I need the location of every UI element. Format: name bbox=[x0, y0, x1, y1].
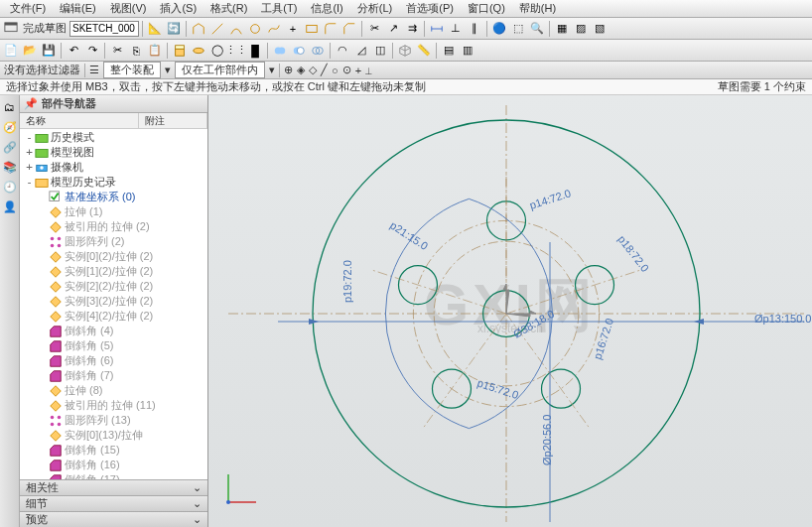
spline-icon[interactable] bbox=[265, 20, 283, 38]
dim-icon[interactable] bbox=[428, 20, 446, 38]
accordion-dependency[interactable]: 相关性 ⌄ bbox=[20, 479, 207, 495]
intersect-icon[interactable] bbox=[309, 42, 327, 60]
save-icon[interactable]: 💾 bbox=[40, 42, 58, 60]
shade-icon[interactable]: 🔵 bbox=[490, 20, 508, 38]
menu-format[interactable]: 格式(R) bbox=[204, 0, 253, 17]
chamfer2-icon[interactable]: ◿ bbox=[352, 42, 370, 60]
blend-icon[interactable]: ◠ bbox=[334, 42, 351, 60]
offset-icon[interactable]: ⇉ bbox=[403, 20, 421, 38]
tree-item[interactable]: 实例[3](2)/拉伸 (2) bbox=[20, 294, 207, 309]
sketch-tool-icon[interactable]: 📐 bbox=[146, 20, 164, 38]
finish-sketch-icon[interactable] bbox=[2, 20, 20, 38]
hole-icon[interactable]: ◯ bbox=[208, 42, 226, 60]
tree-item[interactable]: 倒斜角 (6) bbox=[20, 353, 207, 368]
tree-item[interactable]: 倒斜角 (7) bbox=[20, 368, 207, 383]
tree-item[interactable]: -模型历史记录 bbox=[20, 175, 207, 190]
tree-item[interactable]: +模型视图 bbox=[20, 145, 207, 160]
accordion-preview[interactable]: 预览 ⌄ bbox=[20, 511, 207, 527]
geo-constraint-icon[interactable]: ∥ bbox=[466, 20, 483, 38]
extrude-icon[interactable] bbox=[171, 42, 189, 60]
menu-prefs[interactable]: 首选项(P) bbox=[400, 0, 460, 17]
filter-opt2[interactable]: 仅在工作部件内 bbox=[175, 62, 265, 78]
tree-item[interactable]: 实例[2](2)/拉伸 (2) bbox=[20, 279, 207, 294]
snap4-icon[interactable]: ╱ bbox=[321, 64, 328, 76]
tree-item[interactable]: 圆形阵列 (2) bbox=[20, 234, 207, 249]
filter-icon[interactable]: ☰ bbox=[89, 64, 99, 76]
menu-tools[interactable]: 工具(T) bbox=[255, 0, 303, 17]
misc1-icon[interactable]: ▦ bbox=[553, 20, 571, 38]
circle-icon[interactable] bbox=[246, 20, 264, 38]
menu-info[interactable]: 信息(I) bbox=[305, 0, 348, 17]
misc2-icon[interactable]: ▨ bbox=[572, 20, 590, 38]
update-icon[interactable]: 🔄 bbox=[165, 20, 183, 38]
redo-icon[interactable]: ↷ bbox=[83, 42, 101, 60]
chamfer-icon[interactable] bbox=[340, 20, 358, 38]
cut-icon[interactable]: ✂ bbox=[108, 42, 126, 60]
new-icon[interactable]: 📄 bbox=[2, 42, 20, 60]
snap2-icon[interactable]: ◈ bbox=[297, 64, 305, 76]
tree-item[interactable]: +摄像机 bbox=[20, 160, 207, 175]
tree-item[interactable]: 基准坐标系 (0) bbox=[20, 190, 207, 204]
col-note[interactable]: 附注 bbox=[139, 113, 207, 128]
tree-item[interactable]: 实例[0](13)/拉伸 bbox=[20, 428, 207, 443]
copy-icon[interactable]: ⎘ bbox=[127, 42, 145, 60]
accordion-details[interactable]: 细节 ⌄ bbox=[20, 495, 207, 511]
layer-icon[interactable]: ▤ bbox=[440, 42, 458, 60]
pin-icon[interactable]: 📌 bbox=[24, 97, 38, 110]
filter-arrow2-icon[interactable]: ▾ bbox=[269, 64, 275, 76]
paste-icon[interactable]: 📋 bbox=[146, 42, 164, 60]
tree-item[interactable]: 拉伸 (8) bbox=[20, 383, 207, 398]
tree-item[interactable]: 倒斜角 (4) bbox=[20, 324, 207, 338]
rectangle-icon[interactable] bbox=[303, 20, 321, 38]
tree-item[interactable]: 倒斜角 (16) bbox=[20, 458, 207, 472]
constraint-navigator-tab[interactable]: 🔗 bbox=[2, 139, 18, 155]
menu-analyze[interactable]: 分析(L) bbox=[351, 0, 398, 17]
line-icon[interactable] bbox=[208, 20, 226, 38]
mirror-icon[interactable]: ▐▌ bbox=[246, 42, 264, 60]
history-tab[interactable]: 🕘 bbox=[2, 179, 18, 195]
tree-item[interactable]: 被引用的 拉伸 (11) bbox=[20, 398, 207, 413]
tree-item[interactable]: 实例[4](2)/拉伸 (2) bbox=[20, 309, 207, 324]
revolve-icon[interactable] bbox=[190, 42, 207, 60]
snap7-icon[interactable]: + bbox=[355, 65, 361, 76]
pattern-icon[interactable]: ⋮⋮ bbox=[227, 42, 245, 60]
tree-item[interactable]: 实例[1](2)/拉伸 (2) bbox=[20, 264, 207, 279]
misc3-icon[interactable]: ▧ bbox=[591, 20, 609, 38]
menu-insert[interactable]: 插入(S) bbox=[154, 0, 203, 17]
fillet-icon[interactable] bbox=[322, 20, 339, 38]
tree-item[interactable]: 倒斜角 (17) bbox=[20, 472, 207, 479]
filter-arrow-icon[interactable]: ▾ bbox=[165, 64, 171, 76]
menu-file[interactable]: 文件(F) bbox=[4, 0, 52, 17]
tree-item[interactable]: -历史模式 bbox=[20, 130, 207, 145]
assembly-navigator-tab[interactable]: 🗂 bbox=[2, 99, 18, 115]
view-fit-icon[interactable]: 🔍 bbox=[528, 20, 546, 38]
snap3-icon[interactable]: ◇ bbox=[309, 64, 317, 76]
snap6-icon[interactable]: ⊙ bbox=[342, 64, 351, 76]
col-name[interactable]: 名称 bbox=[20, 113, 139, 128]
snap8-icon[interactable]: ⟂ bbox=[365, 65, 372, 76]
graphics-area[interactable]: GXI网 xl.system.cn Øp13:150.0p14:72.0p15:… bbox=[208, 95, 812, 527]
point-icon[interactable]: + bbox=[284, 20, 302, 38]
snap1-icon[interactable]: ⊕ bbox=[284, 64, 293, 76]
constraint-icon[interactable]: ⊥ bbox=[447, 20, 465, 38]
sketch-name-combo[interactable] bbox=[69, 21, 139, 37]
tree-item[interactable]: 实例[0](2)/拉伸 (2) bbox=[20, 249, 207, 264]
tree-item[interactable]: 圆形阵列 (13) bbox=[20, 413, 207, 428]
undo-icon[interactable]: ↶ bbox=[65, 42, 82, 60]
shell-icon[interactable]: ◫ bbox=[371, 42, 389, 60]
trim-icon[interactable]: ✂ bbox=[365, 20, 383, 38]
feature-tree[interactable]: -历史模式+模型视图+摄像机-模型历史记录基准坐标系 (0)拉伸 (1)被引用的… bbox=[20, 129, 207, 479]
tree-item[interactable]: 拉伸 (1) bbox=[20, 204, 207, 219]
menu-window[interactable]: 窗口(Q) bbox=[462, 0, 511, 17]
profile-icon[interactable] bbox=[190, 20, 207, 38]
layer2-icon[interactable]: ▥ bbox=[459, 42, 476, 60]
filter-opt1[interactable]: 整个装配 bbox=[103, 62, 161, 78]
reuse-library-tab[interactable]: 📚 bbox=[2, 159, 18, 175]
tree-item[interactable]: 倒斜角 (15) bbox=[20, 443, 207, 458]
extend-icon[interactable]: ↗ bbox=[384, 20, 402, 38]
menu-help[interactable]: 帮助(H) bbox=[513, 0, 562, 17]
roles-tab[interactable]: 👤 bbox=[2, 198, 18, 214]
snap5-icon[interactable]: ○ bbox=[332, 65, 338, 76]
measure-icon[interactable]: 📏 bbox=[415, 42, 433, 60]
cube-iso-icon[interactable] bbox=[396, 42, 414, 60]
